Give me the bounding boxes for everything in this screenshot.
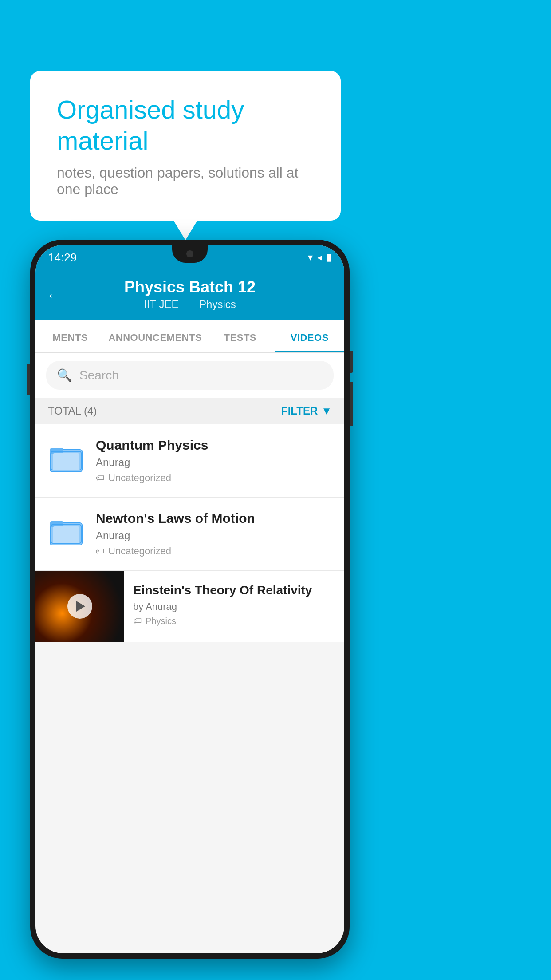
folder-icon xyxy=(48,440,84,475)
status-icons: ▾ ◂ ▮ xyxy=(308,252,332,263)
list-item[interactable]: Einstein's Theory Of Relativity by Anura… xyxy=(35,571,344,642)
play-icon xyxy=(76,601,85,612)
filter-bar: TOTAL (4) FILTER ▼ xyxy=(35,398,344,424)
header-subtitle: IIT JEE Physics xyxy=(48,298,332,311)
video-title-1: Quantum Physics xyxy=(96,438,334,453)
tab-bar: MENTS ANNOUNCEMENTS TESTS VIDEOS xyxy=(35,320,344,353)
volume-up-button xyxy=(350,382,353,426)
speech-bubble-container: Organised study material notes, question… xyxy=(30,71,341,221)
list-item[interactable]: Newton's Laws of Motion Anurag 🏷 Uncateg… xyxy=(35,498,344,571)
search-placeholder: Search xyxy=(79,368,119,383)
filter-button[interactable]: FILTER ▼ xyxy=(281,405,332,417)
list-item[interactable]: Quantum Physics Anurag 🏷 Uncategorized xyxy=(35,424,344,498)
wifi-icon: ▾ xyxy=(308,252,313,263)
search-bar[interactable]: 🔍 Search xyxy=(46,361,334,390)
svg-rect-6 xyxy=(53,526,79,543)
search-container: 🔍 Search xyxy=(35,353,344,398)
app-header: ← Physics Batch 12 IIT JEE Physics xyxy=(35,270,344,320)
notch xyxy=(172,245,208,263)
video-author-2: Anurag xyxy=(96,530,334,542)
header-subtitle-right: Physics xyxy=(199,298,236,310)
back-button[interactable]: ← xyxy=(46,287,61,304)
camera xyxy=(186,250,193,257)
tab-tests[interactable]: TESTS xyxy=(205,320,275,352)
video-info-3: Einstein's Theory Of Relativity by Anura… xyxy=(124,571,344,639)
power-button xyxy=(350,351,353,373)
tag-icon: 🏷 xyxy=(96,473,105,483)
status-bar: 14:29 ▾ ◂ ▮ xyxy=(35,245,344,270)
video-list: Quantum Physics Anurag 🏷 Uncategorized xyxy=(35,424,344,642)
filter-icon: ▼ xyxy=(321,405,332,417)
video-title-3: Einstein's Theory Of Relativity xyxy=(133,583,335,597)
header-title: Physics Batch 12 xyxy=(48,278,332,296)
tab-ments[interactable]: MENTS xyxy=(35,320,105,352)
video-tag-1: 🏷 Uncategorized xyxy=(96,472,334,484)
tag-icon: 🏷 xyxy=(96,546,105,557)
video-title-2: Newton's Laws of Motion xyxy=(96,511,334,526)
search-icon: 🔍 xyxy=(57,368,72,383)
header-subtitle-left: IIT JEE xyxy=(144,298,178,310)
signal-icon: ◂ xyxy=(317,252,322,263)
video-thumbnail-2 xyxy=(46,511,86,551)
tab-videos[interactable]: VIDEOS xyxy=(275,320,344,352)
video-thumbnail-3 xyxy=(35,571,124,642)
bubble-title: Organised study material xyxy=(57,94,314,156)
video-info-1: Quantum Physics Anurag 🏷 Uncategorized xyxy=(96,438,334,484)
video-author-1: Anurag xyxy=(96,456,334,469)
total-count: TOTAL (4) xyxy=(48,405,97,417)
video-thumbnail-1 xyxy=(46,438,86,478)
speech-bubble: Organised study material notes, question… xyxy=(30,71,341,221)
phone-frame: 14:29 ▾ ◂ ▮ ← Physics Batch 12 IIT JEE P… xyxy=(30,240,350,959)
video-author-3: by Anurag xyxy=(133,601,335,612)
svg-rect-2 xyxy=(53,453,79,470)
video-tag-3: 🏷 Physics xyxy=(133,616,335,626)
battery-icon: ▮ xyxy=(327,252,332,263)
phone-screen: 14:29 ▾ ◂ ▮ ← Physics Batch 12 IIT JEE P… xyxy=(35,245,344,953)
volume-button xyxy=(27,364,30,395)
bubble-subtitle: notes, question papers, solutions all at… xyxy=(57,165,314,198)
tag-icon: 🏷 xyxy=(133,616,142,626)
folder-icon xyxy=(48,513,84,549)
filter-label: FILTER xyxy=(281,405,318,417)
video-tag-2: 🏷 Uncategorized xyxy=(96,545,334,557)
tab-announcements[interactable]: ANNOUNCEMENTS xyxy=(105,320,205,352)
play-button[interactable] xyxy=(67,594,92,619)
status-time: 14:29 xyxy=(48,251,77,265)
video-info-2: Newton's Laws of Motion Anurag 🏷 Uncateg… xyxy=(96,511,334,557)
